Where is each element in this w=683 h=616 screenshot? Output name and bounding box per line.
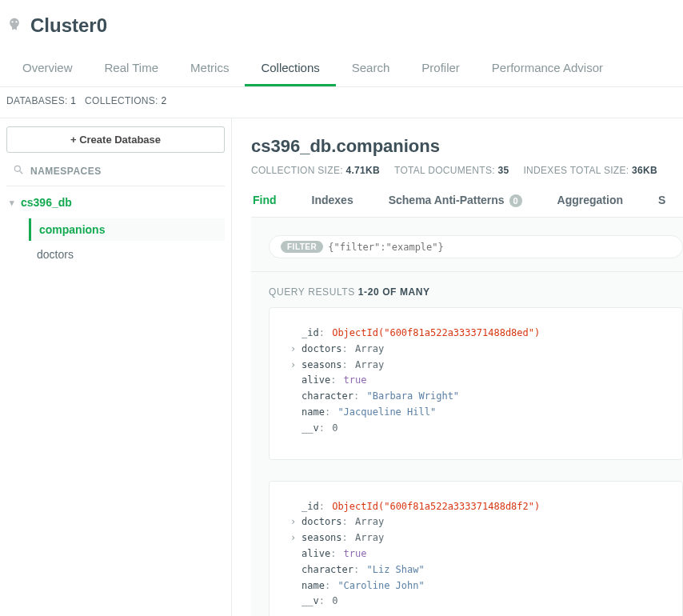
doc-field-v: 0: [332, 422, 338, 434]
schema-badge: 0: [509, 194, 522, 207]
search-icon: [13, 164, 24, 178]
svg-point-0: [14, 166, 20, 171]
coll-size-value: 4.71KB: [345, 165, 380, 176]
collections-count: 2: [161, 95, 166, 106]
filter-badge: FILTER: [281, 241, 323, 253]
doc-field-id: ObjectId("600f81a522a333371488d8f2"): [332, 501, 540, 512]
doc-field-alive: true: [344, 374, 367, 386]
tab-perf-advisor[interactable]: Performance Advisor: [476, 50, 619, 86]
doc-field-character: "Barbara Wright": [367, 390, 460, 402]
tab-search[interactable]: Search: [336, 50, 406, 86]
total-docs-value: 35: [498, 165, 509, 176]
filter-bar: FILTER: [251, 218, 683, 272]
results-header: QUERY RESULTS 1-20 OF MANY: [269, 286, 683, 307]
primary-tabs: Overview Real Time Metrics Collections S…: [0, 50, 683, 87]
tab-realtime[interactable]: Real Time: [89, 50, 175, 86]
doc-field-doctors: Array: [355, 516, 384, 527]
tab-overview[interactable]: Overview: [6, 50, 89, 86]
idx-size-value: 36KB: [632, 165, 657, 176]
coll-size-label: COLLECTION SIZE:: [251, 165, 343, 176]
document-card[interactable]: _id: ObjectId("600f81a522a333371488d8f2"…: [269, 481, 683, 616]
db-node[interactable]: ▾ cs396_db: [6, 186, 225, 215]
databases-label: DATABASES:: [6, 95, 68, 106]
svg-line-1: [20, 171, 23, 174]
collection-list: companions doctors: [6, 218, 225, 266]
cluster-icon: [6, 17, 22, 35]
subtab-schema-anti[interactable]: Schema Anti-Patterns 0: [387, 189, 524, 217]
subtab-schema-label: Schema Anti-Patterns: [389, 194, 505, 206]
results-area: QUERY RESULTS 1-20 OF MANY _id: ObjectId…: [251, 272, 683, 616]
sidebar: + Create Database NAMESPACES ▾ cs396_db …: [0, 118, 232, 616]
collection-stats: COLLECTION SIZE: 4.71KB TOTAL DOCUMENTS:…: [251, 165, 683, 189]
tab-collections[interactable]: Collections: [245, 50, 335, 86]
tab-profiler[interactable]: Profiler: [405, 50, 476, 86]
collection-item-companions[interactable]: companions: [29, 218, 225, 241]
cluster-title: Cluster0: [30, 14, 107, 37]
content-area: cs396_db.companions COLLECTION SIZE: 4.7…: [232, 118, 683, 616]
doc-field-seasons: Array: [355, 532, 384, 543]
doc-field-doctors: Array: [355, 343, 384, 354]
results-label: QUERY RESULTS: [269, 286, 355, 298]
doc-field-v: 0: [332, 595, 338, 606]
doc-field-alive: true: [344, 548, 367, 559]
databases-count: 1: [70, 95, 76, 106]
chevron-down-icon: ▾: [10, 198, 14, 208]
idx-size-label: INDEXES TOTAL SIZE:: [523, 165, 629, 176]
subtab-indexes[interactable]: Indexes: [310, 189, 355, 217]
collection-subtabs: Find Indexes Schema Anti-Patterns 0 Aggr…: [251, 189, 683, 218]
subtab-truncated[interactable]: S: [657, 189, 667, 217]
collections-label: COLLECTIONS:: [85, 95, 158, 106]
filter-pill[interactable]: FILTER: [269, 235, 683, 258]
doc-field-id: ObjectId("600f81a522a333371488d8ed"): [332, 327, 540, 338]
db-name: cs396_db: [21, 196, 72, 209]
results-range: 1-20 OF MANY: [358, 286, 430, 298]
namespaces-search[interactable]: NAMESPACES: [6, 156, 225, 186]
tab-metrics[interactable]: Metrics: [174, 50, 245, 86]
subtab-find[interactable]: Find: [251, 189, 278, 217]
collection-item-doctors[interactable]: doctors: [29, 243, 225, 266]
create-database-button[interactable]: + Create Database: [6, 126, 225, 153]
filter-input[interactable]: [328, 242, 671, 253]
namespaces-label: NAMESPACES: [30, 166, 102, 177]
collection-title: cs396_db.companions: [251, 130, 683, 165]
total-docs-label: TOTAL DOCUMENTS:: [394, 165, 495, 176]
document-card[interactable]: _id: ObjectId("600f81a522a333371488d8ed"…: [269, 307, 683, 460]
doc-field-character: "Liz Shaw": [367, 564, 425, 575]
doc-field-name: "Jacqueline Hill": [338, 406, 436, 418]
stats-bar: DATABASES: 1 COLLECTIONS: 2: [0, 87, 683, 118]
subtab-aggregation[interactable]: Aggregation: [556, 189, 625, 217]
doc-field-seasons: Array: [355, 359, 384, 370]
doc-field-name: "Caroline John": [338, 580, 424, 591]
